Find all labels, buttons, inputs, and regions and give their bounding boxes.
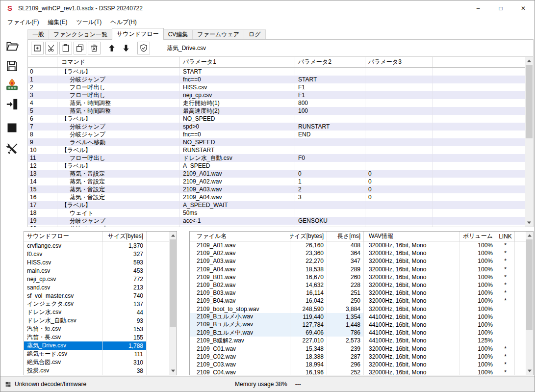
flow-list-item[interactable]: sf_vol_master.csv740	[24, 291, 169, 300]
flow-row[interactable]: 13蒸気・音設定2109_A01.wav00	[28, 170, 525, 178]
move-down-button[interactable]	[120, 42, 132, 54]
tab-function-list[interactable]: ファンクション一覧	[49, 29, 112, 39]
add-button[interactable]	[31, 42, 44, 54]
scrollbar-track[interactable]	[526, 239, 533, 367]
wav-row[interactable]: 2109_B01.wav16,67026032000Hz, 16bit, Mon…	[190, 273, 526, 281]
flow-list-item[interactable]: ドレン水_自動.csv93	[24, 316, 169, 325]
flow-list-item[interactable]: インジェクタ.csv137	[24, 300, 169, 308]
menu-item-1[interactable]: 編集(E)	[43, 17, 72, 28]
wav-row[interactable]: 2109_B03.wav16,11425132000Hz, 16bit, Mon…	[190, 289, 526, 297]
flow-row[interactable]: 1分岐ジャンプfnc==0START	[28, 76, 525, 83]
flow-list-scrollbar[interactable]	[169, 232, 177, 375]
flow-row[interactable]: 12【ラベル】A_SPEED	[28, 162, 525, 170]
flow-list-item-name: crvflange.csv	[24, 241, 102, 250]
menu-item-3[interactable]: ヘルプ(H)	[106, 17, 141, 28]
flow-list-item[interactable]: HISS.csv593	[24, 258, 169, 266]
flow-row[interactable]: 17【ラベル】A_SPEED_WAIT	[28, 201, 525, 209]
transfer-button[interactable]	[4, 97, 19, 111]
scrollbar-thumb[interactable]	[526, 239, 533, 330]
maximize-button[interactable]: □	[489, 0, 512, 16]
scrollbar-thumb[interactable]	[526, 65, 533, 138]
flow-row[interactable]: 6【ラベル】NO_SPEED	[28, 115, 525, 123]
flow-row[interactable]: 2フロー呼出しHISS.csvF1	[28, 83, 525, 91]
wav-row[interactable]: 2109_Bユルメ中.wav69,40678644100Hz, 16bit, M…	[190, 329, 526, 337]
scrollbar-track[interactable]	[169, 239, 177, 367]
flow-list-item[interactable]: 汽笛・長.csv155	[24, 333, 169, 341]
flow-row[interactable]: 8分岐ジャンプfnc==0END	[28, 131, 525, 138]
tools-button[interactable]	[4, 141, 19, 156]
wav-row[interactable]: 2109_C02.wav18,38828732000Hz, 16bit, Mon…	[190, 353, 526, 361]
copy-button[interactable]	[74, 42, 86, 54]
minimize-button[interactable]: –	[467, 0, 489, 16]
scroll-up-icon[interactable]	[526, 232, 533, 239]
flow-row[interactable]: 10【ラベル】RUNSTART	[28, 146, 525, 154]
wav-row[interactable]: 2109_B緩解2.wav227,0102,57344100Hz, 16bit,…	[190, 337, 526, 344]
verify-button[interactable]	[137, 42, 150, 54]
menu-item-0[interactable]: ファイル(F)	[3, 17, 43, 28]
wav-row[interactable]: 2109_B02.wav14,63222832000Hz, 16bit, Mon…	[190, 281, 526, 289]
delete-button[interactable]	[88, 42, 101, 54]
save-button[interactable]	[4, 58, 19, 73]
tab-firmware[interactable]: ファームウェア	[192, 29, 244, 39]
flow-table-scrollbar[interactable]	[525, 57, 533, 227]
flow-row[interactable]: 7分岐ジャンプspd>0RUNSTART	[28, 123, 525, 131]
move-up-button[interactable]	[105, 42, 118, 54]
paste-button[interactable]	[59, 42, 72, 54]
tab-log[interactable]: ログ	[244, 29, 266, 39]
flow-list-item[interactable]: 汽笛・短.csv153	[24, 325, 169, 333]
tab-cv-edit[interactable]: CV編集	[163, 29, 193, 39]
flow-row[interactable]: 16蒸気・音設定2109_A04.wav30	[28, 193, 525, 201]
flow-list-item[interactable]: 絶気モード.csv111	[24, 350, 169, 358]
wav-table-scrollbar[interactable]	[526, 232, 533, 375]
flow-row[interactable]: 9ラベルへ移動NO_SPEED	[28, 138, 525, 146]
flow-row[interactable]: 0【ラベル】START	[28, 68, 525, 76]
flow-row-number: 4	[28, 99, 57, 107]
wav-row[interactable]: 2109_A01.wav26,16040832000Hz, 16bit, Mon…	[190, 241, 526, 249]
flow-row[interactable]: 4蒸気・時間調整走行開始時(1)800	[28, 99, 525, 107]
scroll-down-icon[interactable]	[169, 367, 177, 375]
stop-button[interactable]	[4, 120, 19, 135]
wav-row[interactable]: 2109_A02.wav23,36036432000Hz, 16bit, Mon…	[190, 249, 526, 257]
flow-row[interactable]: 14蒸気・音設定2109_A02.wav10	[28, 178, 525, 185]
flow-row[interactable]: 5蒸気・時間調整最高速度時(2)100	[28, 107, 525, 115]
flow-list-item[interactable]: 絶気合図.csv310	[24, 358, 169, 366]
flow-row-param2: START	[295, 76, 365, 83]
flow-list-item[interactable]: 蒸気_Drive.csv1,788	[24, 341, 169, 350]
flow-list-item[interactable]: neji_cp.csv772	[24, 275, 169, 283]
menu-item-2[interactable]: ツール(T)	[72, 17, 106, 28]
flow-list-item[interactable]: ドレン水.csv44	[24, 308, 169, 316]
flow-list-item[interactable]: main.csv453	[24, 266, 169, 275]
cut-button[interactable]	[45, 42, 58, 54]
flow-row[interactable]: 20分岐ジャンプ	[28, 225, 525, 227]
wav-row[interactable]: 2109_C04.wav16,19625232000Hz, 16bit, Mon…	[190, 368, 526, 375]
open-file-button[interactable]	[4, 39, 19, 53]
wav-row[interactable]: 2109_boot_to_stop.wav248,5903,88432000Hz…	[190, 305, 526, 313]
scroll-down-icon[interactable]	[526, 367, 533, 375]
flow-row[interactable]: 3フロー呼出しneji_cp.csvF1	[28, 91, 525, 99]
flow-row[interactable]: 15蒸気・音設定2109_A03.wav20	[28, 185, 525, 193]
wav-row[interactable]: 2109_C01.wav15,34823932000Hz, 16bit, Mon…	[190, 344, 526, 352]
flow-list-item[interactable]: 投炭.csv38	[24, 366, 169, 375]
scroll-up-icon[interactable]	[525, 57, 533, 65]
wav-row[interactable]: 2109_B04.wav16,04225032000Hz, 16bit, Mon…	[190, 297, 526, 305]
wav-row[interactable]: 2109_A03.wav22,27034732000Hz, 16bit, Mon…	[190, 257, 526, 265]
scroll-down-icon[interactable]	[525, 219, 533, 227]
flow-list-item[interactable]: f0.csv327	[24, 250, 169, 258]
wav-row[interactable]: 2109_Bユルメ小.wav119,4401,35444100Hz, 16bit…	[190, 313, 526, 321]
flow-list-item[interactable]: crvflange.csv1,370	[24, 241, 169, 250]
flow-list-item[interactable]: sand.csv213	[24, 283, 169, 291]
wav-row[interactable]: 2109_Bユルメ大.wav127,7841,44844100Hz, 16bit…	[190, 321, 526, 329]
wav-row-filename: 2109_A04.wav	[190, 265, 290, 273]
close-button[interactable]: ✕	[512, 0, 535, 16]
wav-row[interactable]: 2109_C03.wav18,99429632000Hz, 16bit, Mon…	[190, 361, 526, 368]
flow-row[interactable]: 11フロー呼出しドレン水_自動.csvF0	[28, 154, 525, 162]
scrollbar-track[interactable]	[525, 65, 533, 219]
tab-general[interactable]: 一般	[27, 29, 49, 39]
scrollbar-thumb[interactable]	[170, 239, 176, 327]
tab-sound-flow[interactable]: サウンドフロー	[112, 28, 164, 39]
write-firmware-button[interactable]	[4, 77, 19, 92]
scroll-up-icon[interactable]	[169, 232, 177, 239]
flow-row[interactable]: 18ウェイト50ms	[28, 209, 525, 217]
wav-row[interactable]: 2109_A04.wav18,53828932000Hz, 16bit, Mon…	[190, 265, 526, 273]
flow-row[interactable]: 19分岐ジャンプacc<-1GENSOKU	[28, 217, 525, 225]
